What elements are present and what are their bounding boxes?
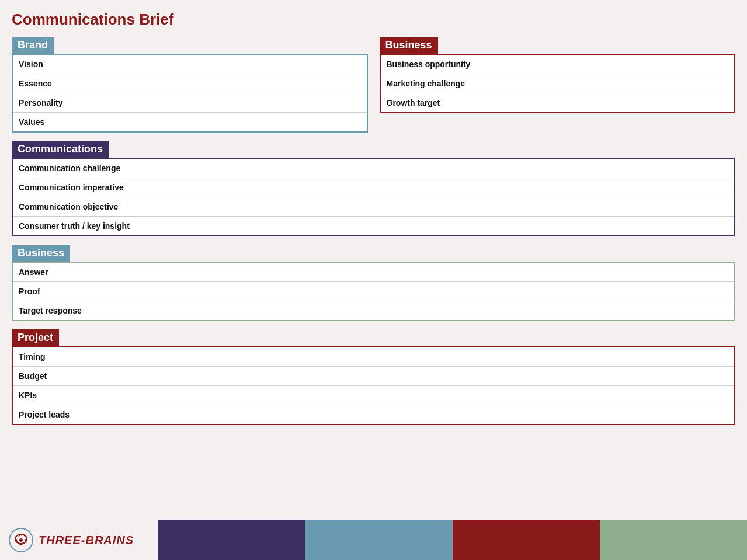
footer-blue-block (305, 520, 452, 560)
table-row: Personality (13, 93, 367, 113)
communications-table-wrapper: Communication challenge Communication im… (12, 158, 735, 236)
svg-point-2 (19, 538, 23, 542)
business-opportunity-value[interactable] (476, 55, 734, 74)
footer-logo-area: THREE-BRAINS (0, 520, 158, 560)
comm-imperative-label: Communication imperative (13, 178, 135, 197)
footer-logo-text: THREE-BRAINS (39, 534, 134, 547)
comm-challenge-value[interactable] (135, 159, 734, 178)
communications-header: Communications (12, 141, 109, 158)
brand-personality-value[interactable] (95, 93, 367, 113)
top-row: Brand Vision Essence Personality (12, 37, 735, 133)
project-budget-value[interactable] (95, 367, 734, 386)
brand-essence-label: Essence (13, 74, 95, 93)
business2-response-value[interactable] (95, 301, 734, 321)
table-row: Growth target (381, 93, 735, 113)
communications-section: Communications Communication challenge C… (12, 141, 735, 236)
project-section: Project Timing Budget KPIs (12, 329, 735, 425)
business-challenge-label: Marketing challenge (381, 74, 477, 93)
comm-objective-label: Communication objective (13, 197, 135, 217)
table-row: Communication imperative (13, 178, 734, 197)
brand-table-wrapper: Vision Essence Personality Values (12, 54, 368, 133)
page-title: Communications Brief (12, 11, 735, 29)
communications-table: Communication challenge Communication im… (13, 159, 734, 235)
table-row: Values (13, 113, 367, 132)
business2-response-label: Target response (13, 301, 95, 321)
business-growth-value[interactable] (476, 93, 734, 113)
business2-answer-label: Answer (13, 263, 95, 282)
table-row: Essence (13, 74, 367, 93)
table-row: Proof (13, 282, 734, 301)
business-section: Business Business opportunity Marketing … (380, 37, 736, 133)
table-row: Communication objective (13, 197, 734, 217)
brand-table: Vision Essence Personality Values (13, 55, 367, 131)
business-challenge-value[interactable] (476, 74, 734, 93)
business2-header: Business (12, 245, 70, 262)
brand-essence-value[interactable] (95, 74, 367, 93)
project-kpis-value[interactable] (95, 386, 734, 405)
comm-challenge-label: Communication challenge (13, 159, 135, 178)
business2-table-wrapper: Answer Proof Target response (12, 262, 735, 321)
brand-header: Brand (12, 37, 54, 54)
project-header: Project (12, 329, 59, 346)
comm-insight-value[interactable] (135, 217, 734, 236)
footer-bar: THREE-BRAINS (0, 520, 747, 560)
footer-red-block (453, 520, 600, 560)
footer-green-block (600, 520, 747, 560)
business2-section: Business Answer Proof Target response (12, 245, 735, 321)
table-row: Marketing challenge (381, 74, 735, 93)
table-row: Consumer truth / key insight (13, 217, 734, 236)
table-row: Communication challenge (13, 159, 734, 178)
business2-table: Answer Proof Target response (13, 263, 734, 320)
brand-vision-value[interactable] (95, 55, 367, 74)
brand-personality-label: Personality (13, 93, 95, 113)
project-leads-label: Project leads (13, 405, 95, 425)
brand-vision-label: Vision (13, 55, 95, 74)
table-row: Answer (13, 263, 734, 282)
comm-imperative-value[interactable] (135, 178, 734, 197)
three-brains-icon (8, 527, 34, 553)
project-budget-label: Budget (13, 367, 95, 386)
table-row: Timing (13, 347, 734, 367)
table-row: KPIs (13, 386, 734, 405)
business-opportunity-label: Business opportunity (381, 55, 477, 74)
project-table: Timing Budget KPIs Project leads (13, 347, 734, 424)
project-timing-value[interactable] (95, 347, 734, 367)
page-wrapper: Communications Brief Brand Vision Essenc… (0, 0, 747, 480)
business2-answer-value[interactable] (95, 263, 734, 282)
project-kpis-label: KPIs (13, 386, 95, 405)
business2-proof-value[interactable] (95, 282, 734, 301)
brand-values-value[interactable] (95, 113, 367, 132)
brand-section: Brand Vision Essence Personality (12, 37, 368, 133)
brand-values-label: Values (13, 113, 95, 132)
table-row: Project leads (13, 405, 734, 425)
table-row: Budget (13, 367, 734, 386)
comm-insight-label: Consumer truth / key insight (13, 217, 135, 236)
project-table-wrapper: Timing Budget KPIs Project leads (12, 346, 735, 425)
comm-objective-value[interactable] (135, 197, 734, 217)
business2-proof-label: Proof (13, 282, 95, 301)
footer-purple-block (158, 520, 305, 560)
business-table: Business opportunity Marketing challenge… (381, 55, 735, 112)
table-row: Vision (13, 55, 367, 74)
business-table-wrapper: Business opportunity Marketing challenge… (380, 54, 736, 113)
business-header: Business (380, 37, 438, 54)
project-leads-value[interactable] (95, 405, 734, 425)
table-row: Business opportunity (381, 55, 735, 74)
project-timing-label: Timing (13, 347, 95, 367)
business-growth-label: Growth target (381, 93, 477, 113)
table-row: Target response (13, 301, 734, 321)
